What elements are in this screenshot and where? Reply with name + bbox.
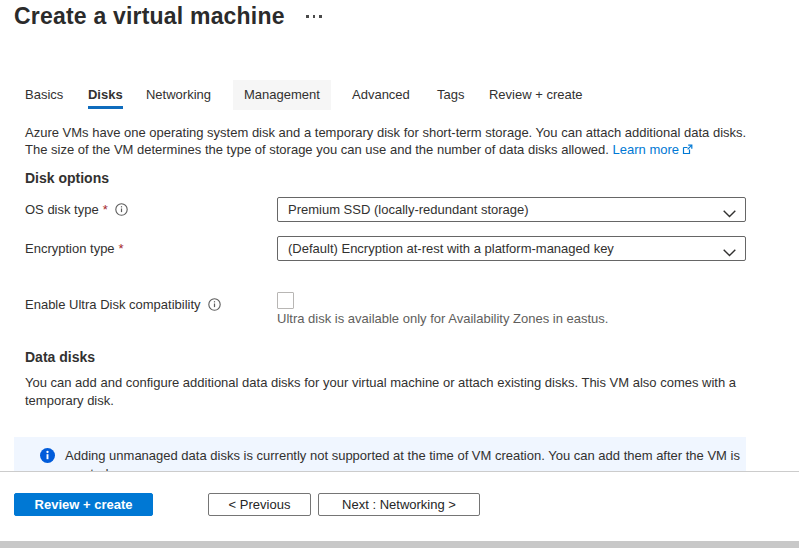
previous-button[interactable]: < Previous	[208, 493, 311, 516]
more-actions-ellipsis-icon[interactable]	[306, 15, 322, 18]
horizontal-scrollbar-thumb[interactable]	[0, 541, 799, 548]
disk-options-heading: Disk options	[25, 170, 109, 186]
tab-disks[interactable]: Disks	[77, 80, 134, 110]
review-create-button[interactable]: Review + create	[14, 493, 153, 516]
data-disks-heading: Data disks	[25, 349, 95, 365]
tab-review-create[interactable]: Review + create	[478, 80, 594, 110]
required-asterisk: *	[103, 202, 108, 217]
info-icon[interactable]	[208, 298, 221, 311]
os-disk-type-dropdown[interactable]: Premium SSD (locally-redundant storage)	[277, 197, 746, 222]
tab-description: Azure VMs have one operating system disk…	[25, 124, 770, 159]
tab-networking[interactable]: Networking	[135, 80, 222, 110]
chevron-down-icon	[723, 206, 736, 221]
encryption-type-label: Encryption type*	[25, 241, 124, 256]
info-banner-text: Adding unmanaged data disks is currently…	[65, 447, 743, 471]
ultra-disk-checkbox[interactable]	[277, 292, 294, 309]
tab-advanced[interactable]: Advanced	[341, 80, 421, 110]
tab-tags[interactable]: Tags	[426, 80, 475, 110]
chevron-down-icon	[723, 245, 736, 260]
info-filled-icon	[40, 448, 55, 467]
tab-management[interactable]: Management	[233, 80, 331, 110]
horizontal-scrollbar[interactable]	[0, 541, 799, 548]
info-icon[interactable]	[115, 203, 128, 216]
tab-bar: Basics Disks Networking Management Advan…	[14, 80, 594, 110]
data-disks-description: You can add and configure additional dat…	[25, 374, 745, 410]
ultra-disk-caption: Ultra disk is available only for Availab…	[277, 311, 608, 326]
encryption-type-dropdown[interactable]: (Default) Encryption at-rest with a plat…	[277, 236, 746, 261]
page-content: Create a virtual machine Basics Disks Ne…	[0, 0, 799, 471]
info-banner: Adding unmanaged data disks is currently…	[14, 437, 746, 471]
external-link-icon	[682, 142, 693, 159]
page-title: Create a virtual machine	[14, 3, 285, 30]
required-asterisk: *	[119, 241, 124, 256]
next-networking-button[interactable]: Next : Networking >	[318, 493, 480, 516]
os-disk-type-label: OS disk type*	[25, 202, 128, 217]
learn-more-link[interactable]: Learn more	[613, 142, 693, 157]
tab-basics[interactable]: Basics	[14, 80, 74, 110]
ultra-disk-label: Enable Ultra Disk compatibility	[25, 297, 221, 312]
footer-bar: Review + create < Previous Next : Networ…	[0, 471, 799, 541]
